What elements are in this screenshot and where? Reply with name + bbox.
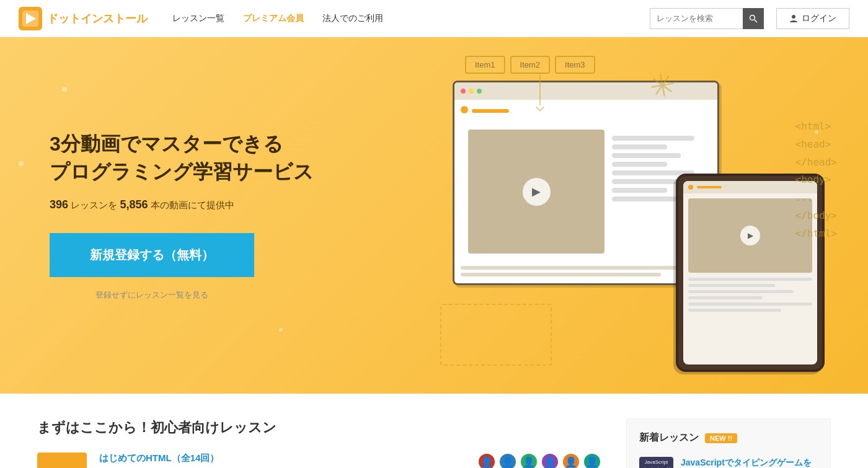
hero-left: 3分動画でマスターできる プログラミング学習サービス 396 レッスンを 5,8… (50, 130, 347, 301)
browser-dot-red (461, 89, 466, 94)
search-icon (749, 14, 758, 23)
play-button-large: ▶ (523, 178, 551, 206)
lesson-title-link[interactable]: はじめてのHTML（全14回） (99, 453, 465, 464)
bottom-line-1 (461, 266, 711, 270)
nav-connector-line (539, 74, 541, 105)
mobile-lines (683, 278, 817, 312)
code-decoration: <html> <head> </head> <body> ... </body>… (795, 118, 837, 243)
beginner-title: まずはここから！初心者向けレッスン (37, 418, 601, 437)
nav-corporate[interactable]: 法人でのご利用 (322, 13, 383, 24)
mobile-line-1 (688, 278, 812, 281)
nav-items-illustration: Item1 Item2 Item3 (465, 56, 595, 74)
new-lessons-section: 新着レッスン NEW !! JavaScript タイピング JS JavaSc… (626, 418, 831, 468)
hero-tagline: 3分動画でマスターできる プログラミング学習サービス (50, 130, 347, 186)
login-button[interactable]: ログイン (776, 8, 849, 29)
new-lessons-title: 新着レッスン (639, 431, 699, 444)
browser-dot-green (477, 89, 482, 94)
svg-point-5 (792, 15, 795, 19)
mobile-orange-dot (688, 185, 693, 190)
svg-point-3 (750, 15, 755, 20)
arrow-decoration: ✳ (647, 66, 678, 106)
lesson-avatars: 👤 👤 👤 👤 👤 👤 (477, 453, 601, 468)
logo[interactable]: ドットインストール (19, 7, 148, 30)
lesson-info: はじめてのHTML（全14回） 簡単なプロフィールサイトを作りながらHTMLにつ… (99, 453, 465, 468)
mobile-line-6 (688, 309, 781, 312)
sidebar-line-1 (612, 136, 694, 141)
mobile-line-5 (688, 302, 812, 306)
register-button[interactable]: 新規登録する（無料） (50, 233, 254, 277)
avatar-5: 👤 (562, 453, 580, 468)
sidebar-line-4 (612, 162, 667, 167)
hero-stats: 396 レッスンを 5,856 本の動画にて提供中 (50, 198, 347, 211)
search-area (650, 8, 764, 29)
deco-dot-2 (19, 161, 24, 166)
dashed-box (440, 304, 552, 366)
logo-icon (19, 7, 42, 30)
main-nav: レッスン一覧 プレミアム会員 法人でのご利用 (172, 13, 650, 24)
logo-text: ドットインストール (47, 11, 148, 26)
new-lesson-title-link[interactable]: JavaScriptでタイピングゲームを作ろう（全15回） PREMIUM (681, 457, 818, 468)
new-lesson-thumbnail: JavaScript タイピング JS (639, 457, 673, 468)
illus-item1: Item1 (465, 56, 505, 74)
lesson-card: HTML 入門 はじめてのHTML（全14回） 簡単なプロフィールサイトを作りな… (37, 453, 601, 468)
illus-item2: Item2 (510, 56, 551, 74)
browser-dot-yellow (469, 89, 474, 94)
browser-orange-area (461, 106, 711, 116)
user-icon (789, 14, 798, 23)
browser-orange-bar (472, 109, 509, 113)
browser-bottom-lines (461, 266, 711, 276)
hero-illustration: Item1 Item2 Item3 ▶ (415, 56, 837, 378)
avatar-3: 👤 (520, 453, 538, 468)
browser-orange-dot (461, 106, 468, 113)
mobile-line-3 (688, 290, 794, 293)
deco-dot-1 (62, 87, 67, 92)
new-lesson-info: JavaScriptでタイピングゲームを作ろう（全15回） PREMIUM Ja… (681, 457, 818, 468)
deco-dot-3 (279, 328, 283, 332)
illus-item3: Item3 (555, 56, 595, 74)
no-register-link[interactable]: 登録せずにレッスン一覧を見る (50, 289, 254, 301)
sidebar-line-7 (612, 188, 667, 193)
mobile-video-area: ▶ (688, 198, 812, 273)
new-lesson-card: JavaScript タイピング JS JavaScriptでタイピングゲームを… (639, 457, 818, 468)
hero-section: 3分動画でマスターできる プログラミング学習サービス 396 レッスンを 5,8… (0, 37, 868, 394)
nav-premium[interactable]: プレミアム会員 (243, 13, 304, 24)
play-button-small: ▶ (740, 226, 760, 245)
mobile-line-2 (688, 284, 775, 287)
avatar-1: 👤 (477, 453, 496, 468)
avatar-2: 👤 (498, 453, 517, 468)
sidebar-line-2 (612, 144, 667, 149)
bottom-section: まずはここから！初心者向けレッスン HTML 入門 はじめてのHTML（全14回… (0, 394, 868, 468)
search-button[interactable] (743, 8, 764, 29)
search-input[interactable] (650, 8, 743, 29)
nav-lessons[interactable]: レッスン一覧 (172, 13, 224, 24)
sidebar-line-6 (612, 179, 681, 184)
login-label: ログイン (802, 13, 836, 24)
lesson-thumbnail: HTML 入門 (37, 453, 87, 468)
sidebar-line-3 (612, 153, 681, 158)
avatar-6: 👤 (583, 453, 601, 468)
mobile-orange-bar (697, 186, 722, 188)
beginner-section: まずはここから！初心者向けレッスン HTML 入門 はじめてのHTML（全14回… (37, 418, 601, 468)
avatar-4: 👤 (541, 453, 559, 468)
new-lessons-header: 新着レッスン NEW !! (639, 431, 818, 444)
new-badge: NEW !! (705, 433, 737, 443)
browser-video-area: ▶ (468, 130, 604, 254)
browser-content: ▶ (461, 122, 711, 261)
bottom-line-2 (461, 273, 661, 276)
mobile-line-4 (688, 296, 763, 299)
svg-line-4 (755, 20, 757, 22)
header: ドットインストール レッスン一覧 プレミアム会員 法人でのご利用 ログイン (0, 0, 868, 37)
